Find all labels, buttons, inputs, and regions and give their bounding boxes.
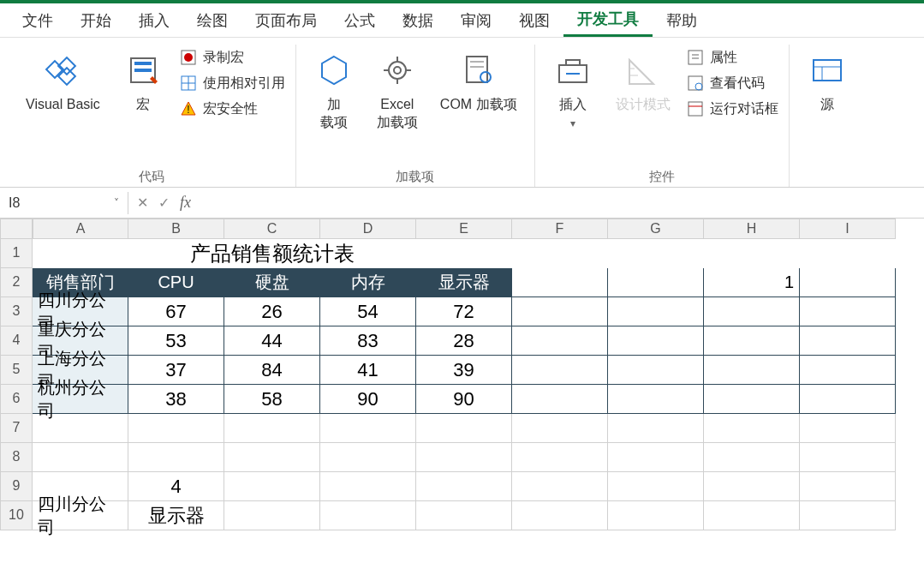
com-addins-button[interactable]: COM 加载项	[433, 45, 524, 119]
cell[interactable]	[800, 239, 896, 268]
menu-layout[interactable]: 页面布局	[241, 5, 331, 36]
row-header[interactable]: 8	[0, 443, 33, 472]
view-code-button[interactable]: 查看代码	[686, 74, 778, 93]
source-button[interactable]: 源	[800, 45, 855, 119]
row-header[interactable]: 3	[0, 297, 33, 326]
dept-cell[interactable]: 杭州分公司	[33, 385, 128, 414]
addins-button[interactable]: 加 载项	[307, 45, 361, 137]
cell[interactable]	[320, 443, 416, 472]
cell[interactable]	[608, 239, 704, 268]
cell[interactable]	[800, 443, 896, 472]
data-cell[interactable]: 38	[128, 385, 224, 414]
menu-developer[interactable]: 开发工具	[563, 3, 653, 37]
table-header[interactable]: 内存	[320, 268, 416, 297]
cell[interactable]	[800, 268, 896, 297]
column-header[interactable]: I	[800, 219, 896, 239]
cell[interactable]	[33, 414, 128, 443]
excel-addins-button[interactable]: Excel 加载项	[370, 45, 425, 137]
column-header[interactable]: F	[512, 219, 608, 239]
data-cell[interactable]: 90	[416, 385, 512, 414]
data-cell[interactable]: 83	[320, 326, 416, 356]
cell[interactable]	[224, 501, 320, 530]
cell[interactable]	[320, 472, 416, 501]
menu-view[interactable]: 视图	[505, 5, 563, 36]
column-header[interactable]: D	[320, 219, 416, 239]
row-header[interactable]: 9	[0, 472, 33, 501]
cell[interactable]	[416, 443, 512, 472]
data-cell[interactable]: 37	[128, 356, 224, 385]
data-cell[interactable]: 28	[416, 326, 512, 356]
cell[interactable]	[800, 501, 896, 530]
cell[interactable]	[608, 414, 704, 443]
cell[interactable]: 四川分公司	[33, 501, 128, 530]
cell[interactable]	[800, 356, 896, 385]
cell[interactable]	[512, 239, 608, 268]
cell[interactable]: 4	[128, 472, 224, 501]
design-mode-button[interactable]: 设计模式	[609, 45, 677, 119]
column-header[interactable]: E	[416, 219, 512, 239]
table-header[interactable]: CPU	[128, 268, 224, 297]
macros-button[interactable]: 宏	[116, 45, 170, 119]
title-cell[interactable]: 产品销售额统计表	[33, 239, 512, 268]
row-header[interactable]: 7	[0, 414, 33, 443]
table-header[interactable]: 显示器	[416, 268, 512, 297]
cell[interactable]	[416, 414, 512, 443]
formula-input[interactable]	[201, 195, 915, 211]
cell[interactable]	[704, 472, 800, 501]
data-cell[interactable]: 90	[320, 385, 416, 414]
cell[interactable]	[512, 501, 608, 530]
macro-security-button[interactable]: ! 宏安全性	[179, 99, 285, 118]
data-cell[interactable]: 39	[416, 356, 512, 385]
cell[interactable]	[416, 472, 512, 501]
cell[interactable]	[512, 443, 608, 472]
cell[interactable]	[704, 239, 800, 268]
menu-help[interactable]: 帮助	[653, 5, 711, 36]
data-cell[interactable]: 72	[416, 297, 512, 326]
cell[interactable]	[704, 501, 800, 530]
row-header[interactable]: 1	[0, 239, 33, 268]
menu-formulas[interactable]: 公式	[331, 5, 389, 36]
table-header[interactable]: 硬盘	[224, 268, 320, 297]
select-all-corner[interactable]	[0, 219, 33, 239]
cell[interactable]	[224, 414, 320, 443]
column-header[interactable]: C	[224, 219, 320, 239]
cell[interactable]	[512, 472, 608, 501]
cell[interactable]	[128, 443, 224, 472]
cell[interactable]	[320, 501, 416, 530]
row-header[interactable]: 6	[0, 385, 33, 414]
cell[interactable]	[608, 501, 704, 530]
data-cell[interactable]: 44	[224, 326, 320, 356]
cell[interactable]	[512, 297, 608, 326]
row-header[interactable]: 2	[0, 268, 33, 297]
cell[interactable]	[704, 297, 800, 326]
cell[interactable]	[704, 356, 800, 385]
menu-file[interactable]: 文件	[9, 5, 67, 36]
menu-insert[interactable]: 插入	[125, 5, 183, 36]
cell[interactable]	[608, 385, 704, 414]
column-header[interactable]: G	[608, 219, 704, 239]
column-header[interactable]: A	[33, 219, 128, 239]
cancel-icon[interactable]: ✕	[137, 195, 148, 211]
enter-icon[interactable]: ✓	[158, 195, 170, 211]
record-macro-button[interactable]: 录制宏	[179, 48, 285, 67]
cell[interactable]	[608, 356, 704, 385]
cell[interactable]	[608, 326, 704, 356]
column-header[interactable]: H	[704, 219, 800, 239]
properties-button[interactable]: 属性	[686, 48, 778, 67]
cell[interactable]	[608, 443, 704, 472]
cell[interactable]	[33, 443, 128, 472]
data-cell[interactable]: 84	[224, 356, 320, 385]
cell[interactable]	[512, 268, 608, 297]
cell[interactable]	[800, 472, 896, 501]
cell[interactable]	[704, 385, 800, 414]
insert-control-button[interactable]: 插入▾	[545, 45, 600, 137]
data-cell[interactable]: 26	[224, 297, 320, 326]
run-dialog-button[interactable]: 运行对话框	[686, 99, 778, 118]
cell[interactable]	[800, 326, 896, 356]
cell[interactable]	[704, 443, 800, 472]
visual-basic-button[interactable]: Visual Basic	[19, 45, 107, 119]
name-box[interactable]: I8 ˅	[0, 192, 128, 214]
fx-icon[interactable]: fx	[180, 194, 191, 212]
data-cell[interactable]: 54	[320, 297, 416, 326]
cell[interactable]	[224, 472, 320, 501]
